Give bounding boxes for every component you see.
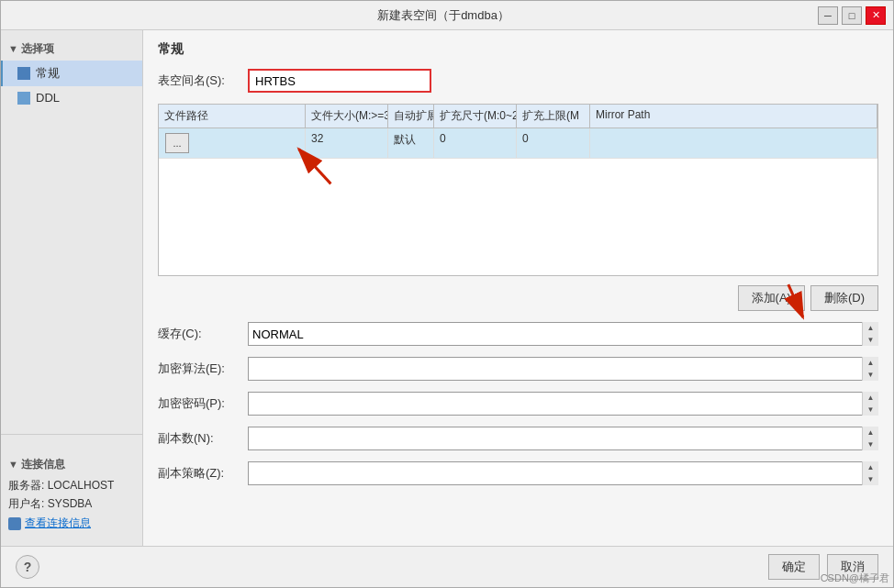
- encrypt-algo-row: 加密算法(E): ▲ ▼: [158, 357, 878, 381]
- main-layout: ▼ 选择项 常规 DDL ▼ 连接信息 服务器: LOCALHOST 用户名: …: [1, 30, 893, 546]
- replica-strategy-up[interactable]: ▲: [863, 461, 878, 473]
- td-filepath: ...: [159, 128, 306, 158]
- content-area: 常规 表空间名(S): 文件路径 文件大小(M:>=3 自动扩展 扩充尺寸(M:…: [143, 30, 893, 546]
- link-icon: [8, 517, 21, 530]
- sidebar: ▼ 选择项 常规 DDL ▼ 连接信息 服务器: LOCALHOST 用户名: …: [1, 30, 143, 546]
- replica-strategy-wrapper: ▲ ▼: [248, 461, 878, 485]
- replica-count-wrapper: ▲ ▼: [248, 427, 878, 450]
- cache-spinner: ▲ ▼: [862, 322, 878, 346]
- encrypt-algo-wrapper: ▲ ▼: [248, 357, 878, 381]
- replica-strategy-spinner: ▲ ▼: [862, 461, 878, 485]
- cache-up-button[interactable]: ▲: [863, 322, 878, 334]
- table-body: ... 32 默认 0 0: [159, 128, 877, 275]
- encrypt-pwd-down[interactable]: ▼: [863, 404, 878, 416]
- maximize-button[interactable]: □: [842, 6, 862, 25]
- replica-strategy-row: 副本策略(Z): ▲ ▼: [158, 461, 878, 485]
- cache-select[interactable]: NORMAL: [248, 322, 878, 346]
- td-autoexpand: 默认: [388, 128, 434, 158]
- table-action-buttons: 添加(A) 删除(D): [158, 285, 878, 311]
- encrypt-algo-spinner: ▲ ▼: [862, 357, 878, 381]
- encrypt-pwd-spinner: ▲ ▼: [862, 392, 878, 416]
- td-expandlimit: 0: [517, 128, 590, 158]
- cache-wrapper: NORMAL ▲ ▼: [248, 322, 878, 346]
- window-title: 新建表空间（于dmdba）: [69, 7, 818, 24]
- replica-count-down[interactable]: ▼: [863, 438, 878, 450]
- tablespace-name-row: 表空间名(S):: [158, 69, 878, 93]
- add-button[interactable]: 添加(A): [738, 285, 805, 311]
- delete-button[interactable]: 删除(D): [810, 285, 878, 311]
- replica-count-label: 副本数(N):: [158, 430, 240, 447]
- encrypt-algo-down[interactable]: ▼: [863, 369, 878, 381]
- sidebar-separator: [1, 434, 142, 435]
- th-expandsize: 扩充尺寸(M:0~2: [434, 105, 517, 128]
- encrypt-pwd-up[interactable]: ▲: [863, 392, 878, 404]
- table-row: ... 32 默认 0 0: [159, 128, 877, 159]
- view-connection-link[interactable]: 查看连接信息: [8, 516, 135, 531]
- th-mirrorpath: Mirror Path: [590, 105, 877, 128]
- encrypt-pwd-label: 加密密码(P):: [158, 395, 240, 412]
- td-expandsize: 0: [434, 128, 517, 158]
- replica-strategy-label: 副本策略(Z):: [158, 465, 240, 482]
- sidebar-item-ddl[interactable]: DDL: [1, 86, 142, 109]
- window-controls: ─ □ ✕: [818, 6, 886, 25]
- ddl-icon: [17, 92, 30, 105]
- replica-count-spinner: ▲ ▼: [862, 427, 878, 450]
- main-window: 新建表空间（于dmdba） ─ □ ✕ ▼ 选择项 常规 DDL: [0, 0, 894, 588]
- server-label: 服务器: LOCALHOST: [8, 478, 135, 494]
- confirm-button[interactable]: 确定: [768, 554, 820, 580]
- sidebar-section-title: ▼ 选择项: [1, 38, 142, 61]
- replica-strategy-down[interactable]: ▼: [863, 473, 878, 485]
- replica-count-up[interactable]: ▲: [863, 427, 878, 438]
- connection-info: ▼ 连接信息 服务器: LOCALHOST 用户名: SYSDBA 查看连接信息: [1, 449, 142, 538]
- section-title: 常规: [158, 41, 878, 58]
- sidebar-item-changui[interactable]: 常规: [1, 61, 142, 86]
- th-autoexpand: 自动扩展: [388, 105, 434, 128]
- td-filesize: 32: [306, 128, 388, 158]
- replica-strategy-input[interactable]: [248, 461, 878, 485]
- help-button[interactable]: ?: [16, 555, 39, 579]
- cache-down-button[interactable]: ▼: [863, 334, 878, 346]
- replica-count-row: 副本数(N): ▲ ▼: [158, 427, 878, 450]
- file-table: 文件路径 文件大小(M:>=3 自动扩展 扩充尺寸(M:0~2 扩充上限(M M…: [158, 104, 878, 276]
- encrypt-algo-label: 加密算法(E):: [158, 361, 240, 377]
- th-expandlimit: 扩充上限(M: [517, 105, 590, 128]
- encrypt-pwd-wrapper: ▲ ▼: [248, 392, 878, 416]
- tablespace-input[interactable]: [248, 69, 431, 93]
- filepath-browse-button[interactable]: ...: [165, 133, 189, 153]
- th-filesize: 文件大小(M:>=3: [306, 105, 388, 128]
- th-filepath: 文件路径: [159, 105, 306, 128]
- td-mirrorpath: [590, 128, 877, 158]
- replica-count-input[interactable]: [248, 427, 878, 450]
- user-label: 用户名: SYSDBA: [8, 496, 135, 512]
- bottom-bar: ? 确定 取消: [1, 546, 893, 587]
- connection-section-title: ▼ 连接信息: [8, 457, 135, 472]
- grid-icon: [17, 67, 30, 80]
- bottom-left: ?: [16, 555, 761, 579]
- tablespace-label: 表空间名(S):: [158, 72, 240, 89]
- encrypt-pwd-input[interactable]: [248, 392, 878, 416]
- encrypt-pwd-row: 加密密码(P): ▲ ▼: [158, 392, 878, 416]
- cache-label: 缓存(C):: [158, 326, 240, 342]
- encrypt-algo-up[interactable]: ▲: [863, 357, 878, 369]
- title-bar: 新建表空间（于dmdba） ─ □ ✕: [1, 1, 893, 30]
- encrypt-algo-input[interactable]: [248, 357, 878, 381]
- minimize-button[interactable]: ─: [818, 6, 838, 25]
- cache-row: 缓存(C): NORMAL ▲ ▼: [158, 322, 878, 346]
- close-button[interactable]: ✕: [866, 6, 886, 25]
- cancel-button[interactable]: 取消: [827, 554, 878, 580]
- table-header: 文件路径 文件大小(M:>=3 自动扩展 扩充尺寸(M:0~2 扩充上限(M M…: [159, 105, 877, 128]
